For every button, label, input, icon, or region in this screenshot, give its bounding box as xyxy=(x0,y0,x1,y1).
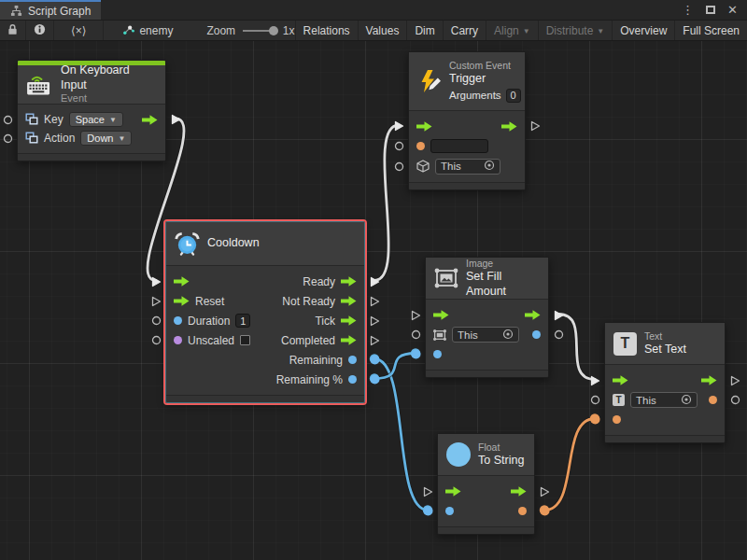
value-dot-blue[interactable] xyxy=(348,375,357,384)
value-dot-blue[interactable] xyxy=(532,330,541,339)
flow-arrow-icon[interactable] xyxy=(613,375,628,385)
output-port-dot[interactable] xyxy=(369,355,380,366)
output-port-tri[interactable] xyxy=(539,486,550,497)
toolbar-button-full-screen[interactable]: Full Screen xyxy=(674,21,747,40)
flow-arrow-icon[interactable] xyxy=(341,276,357,287)
output-port-tri[interactable] xyxy=(369,296,380,307)
flow-arrow-icon[interactable] xyxy=(511,486,527,497)
input-port-circ[interactable] xyxy=(393,161,404,172)
node-header-text: FloatTo String xyxy=(478,441,524,469)
row-right-group: Not Ready xyxy=(282,295,357,308)
node-on-keyboard-input[interactable]: On Keyboard InputEventKeySpace▼ActionDow… xyxy=(17,60,166,161)
target-field[interactable]: This xyxy=(435,159,500,175)
flow-arrow-icon[interactable] xyxy=(174,296,190,306)
dropdown-down[interactable]: Down▼ xyxy=(80,131,132,146)
toolbar-button-dim[interactable]: Dim xyxy=(406,21,442,40)
input-port-tri-connected[interactable] xyxy=(589,375,600,386)
node-image-set-fill-amount[interactable]: ImageSet Fill AmountThis xyxy=(425,257,549,378)
zoom-slider[interactable] xyxy=(243,21,277,41)
target-field[interactable]: This xyxy=(630,392,698,408)
input-port-dot[interactable] xyxy=(589,414,600,426)
toolbar-button-relations[interactable]: Relations xyxy=(295,21,358,40)
input-port-circ[interactable] xyxy=(393,140,404,151)
flow-arrow-icon[interactable] xyxy=(445,486,461,497)
node-title: Trigger xyxy=(449,72,521,87)
output-port-tri[interactable] xyxy=(529,120,541,132)
value-dot-blue[interactable] xyxy=(445,507,454,515)
target-icon[interactable] xyxy=(681,394,692,407)
value-dot-orange[interactable] xyxy=(709,396,717,404)
output-port-tri[interactable] xyxy=(369,315,380,327)
flow-arrow-icon[interactable] xyxy=(433,310,449,320)
dropdown-space[interactable]: Space▼ xyxy=(69,112,123,127)
node-header-text: On Keyboard InputEvent xyxy=(61,63,157,105)
output-port-dot[interactable] xyxy=(539,506,550,517)
flow-arrow-icon[interactable] xyxy=(174,276,190,287)
output-port-tri-connected[interactable] xyxy=(369,276,380,287)
flow-arrow-icon[interactable] xyxy=(501,121,517,132)
input-port-dot[interactable] xyxy=(410,349,421,360)
image-small-icon xyxy=(433,329,446,341)
info-button[interactable] xyxy=(26,21,54,40)
code-view-button[interactable]: ⟨×⟩ xyxy=(54,21,104,40)
output-port-tri-connected[interactable] xyxy=(170,114,181,125)
graph-canvas[interactable]: On Keyboard InputEventKeySpace▼ActionDow… xyxy=(0,41,747,560)
flow-arrow-icon[interactable] xyxy=(525,310,541,320)
input-port-circ[interactable] xyxy=(2,133,13,144)
input-port-tri-connected[interactable] xyxy=(393,120,404,132)
input-port-dot[interactable] xyxy=(422,506,433,517)
flow-arrow-icon[interactable] xyxy=(416,121,432,132)
dropdown-value: Space xyxy=(76,114,105,125)
node-body: ReadyResetNot ReadyDuration1TickUnscaled… xyxy=(166,265,364,395)
target-icon[interactable] xyxy=(484,160,495,173)
input-port-tri[interactable] xyxy=(150,296,162,307)
flow-arrow-icon[interactable] xyxy=(701,375,717,385)
input-port-circ[interactable] xyxy=(410,329,421,341)
flow-arrow-icon[interactable] xyxy=(341,296,357,306)
value-dot-orange[interactable] xyxy=(613,415,621,424)
value-dot-purple[interactable] xyxy=(174,336,182,344)
output-port-circ[interactable] xyxy=(553,329,564,341)
window-maximize-icon[interactable] xyxy=(706,6,715,14)
output-port-tri[interactable] xyxy=(729,375,740,386)
value-dot-orange[interactable] xyxy=(416,142,425,150)
target-field[interactable]: This xyxy=(452,327,519,343)
output-port-tri[interactable] xyxy=(369,335,380,346)
toolbar-button-overview[interactable]: Overview xyxy=(612,21,674,40)
node-cooldown[interactable]: CooldownReadyResetNot ReadyDuration1Tick… xyxy=(165,221,365,403)
value-dot-blue[interactable] xyxy=(174,316,182,325)
target-icon[interactable] xyxy=(502,329,514,342)
output-port-tri-connected[interactable] xyxy=(553,310,564,321)
input-port-circ[interactable] xyxy=(2,114,13,125)
node-text-set-text[interactable]: TTextSet TextTThis xyxy=(604,322,726,443)
output-port-circ[interactable] xyxy=(729,395,740,406)
zoom-slider-handle[interactable] xyxy=(269,26,278,35)
flow-arrow-icon[interactable] xyxy=(341,335,357,345)
value-dot-orange[interactable] xyxy=(518,507,527,515)
flow-arrow-icon[interactable] xyxy=(341,315,357,326)
window-close-icon[interactable]: ✕ xyxy=(727,3,738,17)
input-port-tri-connected[interactable] xyxy=(150,276,162,287)
chevron-down-icon: ▼ xyxy=(109,116,117,124)
checkbox[interactable] xyxy=(240,335,250,345)
value-field[interactable] xyxy=(430,139,488,153)
node-float-to-string[interactable]: FloatTo String xyxy=(437,433,535,535)
arguments-count-field[interactable]: 0 xyxy=(506,89,521,103)
value-dot-blue[interactable] xyxy=(348,356,357,364)
toolbar-button-values[interactable]: Values xyxy=(358,21,407,40)
node-custom-event-trigger[interactable]: Custom EventTriggerArguments0This xyxy=(408,51,526,190)
value-field[interactable]: 1 xyxy=(235,314,250,328)
flow-arrow-icon[interactable] xyxy=(142,115,158,125)
window-menu-icon[interactable]: ⋮ xyxy=(682,3,694,17)
output-port-dot[interactable] xyxy=(369,374,380,385)
toolbar-button-carry[interactable]: Carry xyxy=(443,21,486,40)
input-port-circ[interactable] xyxy=(589,395,600,406)
input-port-tri[interactable] xyxy=(422,486,433,497)
value-dot-blue[interactable] xyxy=(433,350,442,358)
tab-script-graph[interactable]: Script Graph xyxy=(0,0,101,20)
graph-breadcrumb[interactable]: enemy xyxy=(122,21,173,40)
input-port-tri[interactable] xyxy=(410,310,421,321)
lock-button[interactable] xyxy=(0,21,26,40)
input-port-circ[interactable] xyxy=(150,335,162,346)
input-port-circ[interactable] xyxy=(150,315,162,327)
